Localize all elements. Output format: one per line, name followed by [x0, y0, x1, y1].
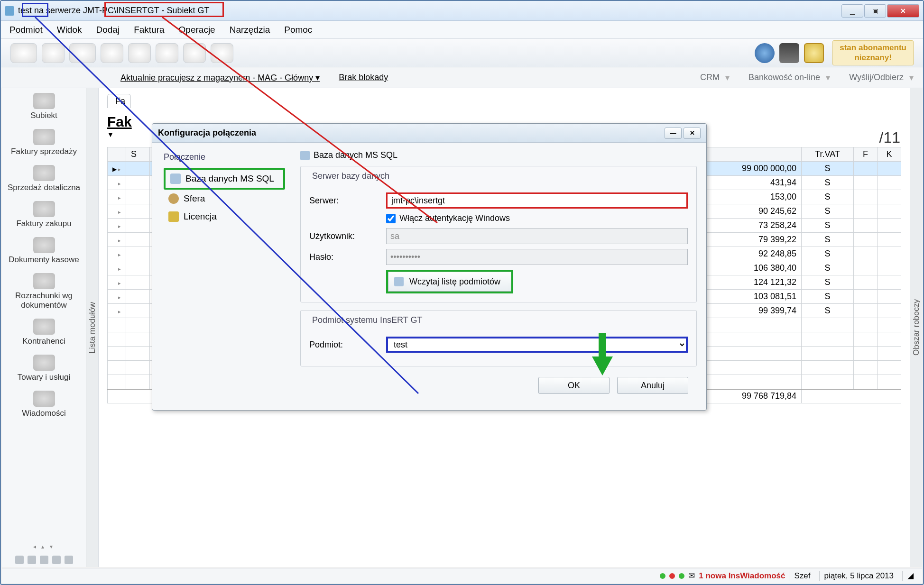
warehouse-link[interactable]: Aktualnie pracujesz z magazynem - MAG - …: [120, 73, 320, 83]
connection-config-dialog: Konfiguracja połączenia — ✕ Połączenie B…: [152, 123, 707, 411]
database-icon: [170, 174, 181, 184]
status-dot-red: [669, 573, 675, 579]
crm-dropdown[interactable]: CRM: [700, 73, 730, 83]
cancel-button[interactable]: Anuluj: [617, 377, 688, 394]
load-entities-button[interactable]: Wczytaj listę podmiotów: [388, 272, 511, 292]
module-list-strip[interactable]: Lista modułów: [86, 88, 99, 567]
status-date: piątek, 5 lipca 2013: [819, 571, 899, 581]
password-input: [386, 249, 688, 265]
status-dot-green-2: [679, 573, 684, 579]
user-label: Użytkownik:: [309, 231, 380, 241]
mail-icon: ✉: [688, 571, 695, 581]
user-input: [386, 228, 688, 244]
status-user: Szef: [789, 571, 815, 581]
menu-dodaj[interactable]: Dodaj: [96, 25, 120, 35]
server-input[interactable]: [386, 192, 688, 209]
nav-faktury-zakupu[interactable]: Faktury zakupu: [2, 197, 86, 233]
nav-scroll-arrows[interactable]: ◂ ▴ ▾: [30, 540, 57, 553]
ok-button[interactable]: OK: [538, 377, 610, 394]
help-shield-icon[interactable]: [804, 43, 824, 63]
list-icon: [394, 277, 404, 286]
server-label: Serwer:: [309, 196, 380, 206]
tool-undo-icon[interactable]: [183, 43, 206, 63]
send-receive-dropdown[interactable]: Wyślij/Odbierz: [849, 73, 914, 83]
col-s[interactable]: S: [126, 147, 150, 162]
status-dot-green-1: [660, 573, 665, 579]
toolbar: stan abonamentunieznany!: [1, 39, 923, 67]
menu-narzedzia[interactable]: Narzędzia: [230, 25, 270, 35]
tool-print-icon[interactable]: [156, 43, 178, 63]
menu-faktura[interactable]: Faktura: [134, 25, 164, 35]
titlebar: test na serwerze JMT-PC\INSERTGT - Subie…: [1, 1, 923, 21]
svg-marker-2: [592, 333, 613, 375]
menu-pomoc[interactable]: Pomoc: [284, 25, 312, 35]
menubar: Podmiot Widok Dodaj Faktura Operacje Nar…: [1, 21, 923, 39]
nav-sprzedaz-detaliczna[interactable]: Sprzedaż detaliczna: [2, 161, 86, 197]
tab-fa[interactable]: Fa: [107, 94, 131, 108]
lock-link[interactable]: Brak blokady: [339, 73, 388, 82]
nav-towary-uslugi[interactable]: Towary i usługi: [2, 351, 86, 387]
col-k[interactable]: K: [878, 147, 901, 162]
dialog-close-button[interactable]: ✕: [684, 128, 701, 139]
tool-redo-icon[interactable]: [211, 43, 233, 63]
subscription-status: stan abonamentunieznany!: [832, 40, 914, 65]
db-panel-title: Baza danych MS SQL: [300, 150, 697, 160]
col-trvat[interactable]: Tr.VAT: [802, 147, 854, 162]
podmiot-select[interactable]: test: [386, 337, 688, 353]
tool-back-icon[interactable]: [10, 43, 37, 63]
nav-dokumenty-kasowe[interactable]: Dokumenty kasowe: [2, 233, 86, 269]
banking-dropdown[interactable]: Bankowość on-line: [748, 73, 830, 83]
menu-podmiot[interactable]: Podmiot: [9, 25, 43, 35]
dialog-titlebar: Konfiguracja połączenia — ✕: [152, 124, 706, 143]
window-minimize-button[interactable]: [841, 4, 863, 18]
app-icon: [5, 6, 14, 16]
work-area-strip[interactable]: Obszar roboczy: [910, 88, 922, 567]
statusbar: ✉ 1 nowa InsWiadomość Szef piątek, 5 lip…: [2, 568, 922, 583]
nav-rozrachunki[interactable]: Rozrachunki wg dokumentów: [2, 269, 86, 315]
green-arrow-icon: [592, 333, 613, 375]
side-item-database[interactable]: Baza danych MS SQL: [164, 168, 285, 190]
app-window: test na serwerze JMT-PC\INSERTGT - Subie…: [0, 0, 924, 585]
status-resize-grip[interactable]: ◢: [902, 571, 918, 581]
nav-kontrahenci[interactable]: Kontrahenci: [2, 315, 86, 351]
nav-faktury-sprzedazy[interactable]: Faktury sprzedaży: [2, 125, 86, 161]
window-title: test na serwerze JMT-PC\INSERTGT - Subie…: [18, 6, 841, 16]
tool-copy-icon[interactable]: [128, 43, 151, 63]
dialog-side-nav: Połączenie Baza danych MS SQL Sfera Lice…: [158, 148, 291, 404]
user-icon: [168, 193, 179, 204]
winauth-label: Włącz autentykację Windows: [399, 213, 510, 223]
tool-doc-icon[interactable]: [101, 43, 123, 63]
side-item-licencja[interactable]: Licencja: [164, 208, 285, 226]
key-icon: [168, 211, 179, 222]
nav-subiekt[interactable]: Subiekt: [2, 89, 86, 125]
tool-tag-icon[interactable]: [69, 43, 96, 63]
counter-label: /11: [879, 129, 900, 146]
cube-icon[interactable]: [779, 43, 799, 63]
col-f[interactable]: F: [854, 147, 878, 162]
menu-operacje[interactable]: Operacje: [179, 25, 215, 35]
podmiot-label: Podmiot:: [309, 340, 380, 350]
infobar: Aktualnie pracujesz z magazynem - MAG - …: [1, 67, 923, 88]
nav-wiadomosci[interactable]: Wiadomości: [2, 387, 86, 423]
server-groupbox: Serwer bazy danych Serwer: Włącz autenty…: [300, 166, 697, 302]
menu-widok[interactable]: Widok: [57, 25, 82, 35]
podmiot-groupbox: Podmiot systemu InsERT GT Podmiot: test: [300, 310, 697, 366]
ins-message-link[interactable]: 1 nowa InsWiadomość: [699, 571, 785, 581]
globe-icon[interactable]: [755, 43, 775, 63]
window-maximize-button[interactable]: [864, 4, 886, 18]
password-label: Hasło:: [309, 252, 380, 262]
left-nav: Subiekt Faktury sprzedaży Sprzedaż detal…: [2, 88, 86, 567]
tool-flag-icon[interactable]: [42, 43, 65, 63]
winauth-checkbox[interactable]: [386, 214, 396, 223]
nav-bottom-icons[interactable]: [12, 553, 76, 567]
side-item-sfera[interactable]: Sfera: [164, 190, 285, 208]
window-close-button[interactable]: [887, 4, 919, 18]
dialog-minimize-button[interactable]: —: [665, 128, 682, 139]
side-heading: Połączenie: [164, 152, 285, 162]
db-title-icon: [300, 151, 310, 160]
